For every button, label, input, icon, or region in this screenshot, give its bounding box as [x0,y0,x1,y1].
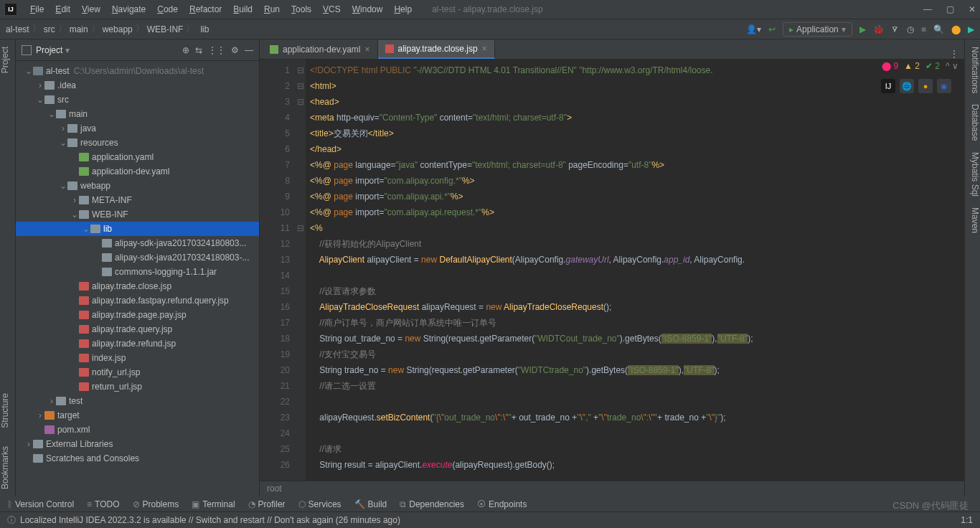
tool-terminal[interactable]: ▣ Terminal [192,499,235,509]
tool-mybatis[interactable]: Mybatis Sql [965,152,980,197]
breadcrumb-item[interactable]: main [70,24,88,34]
close-tab-icon[interactable]: × [482,44,487,54]
tool-todo[interactable]: ≡ TODO [87,499,119,509]
tool-problems[interactable]: ⊘ Problems [133,499,179,509]
tool-project[interactable]: Project [0,47,15,73]
tree-node[interactable]: ⌄resources [16,136,259,150]
inspection-widget[interactable]: ⬤ 9 ▲ 2 ✔ 2 ^ ∨ [882,61,958,71]
settings-icon[interactable]: ⚙ [231,45,239,55]
tree-node[interactable]: commons-logging-1.1.1.jar [16,265,259,279]
tree-node[interactable]: ›.idea [16,78,259,93]
tree-node[interactable]: ›External Libraries [16,437,259,451]
menu-code[interactable]: Code [151,4,184,14]
close-tab-icon[interactable]: × [365,44,370,55]
menu-refactor[interactable]: Refactor [184,4,227,14]
tree-node[interactable]: application-dev.yaml [16,164,259,179]
project-tree[interactable]: ⌄al-test C:\Users\admin\Downloads\al-tes… [16,61,259,496]
menu-help[interactable]: Help [388,4,418,14]
fold-gutter[interactable]: ⊟⊟⊟⊟ [296,60,306,481]
run-config-selector[interactable]: ▸ Application ▾ [783,22,852,37]
editor-breadcrumb[interactable]: root [260,481,964,496]
tree-node[interactable]: ›target [16,408,259,423]
tool-notifications[interactable]: Notifications [965,47,980,93]
ide-assist-icon[interactable]: ⬤ [951,24,961,34]
run-anything-icon[interactable]: ▶ [968,24,974,34]
tree-node[interactable]: ⌄al-test C:\Users\admin\Downloads\al-tes… [16,64,259,78]
tool-version-control[interactable]: ᚱ Version Control [7,499,74,509]
editor-tab[interactable]: application-dev.yaml× [263,40,378,59]
tree-node[interactable]: ⌄WEB-INF [16,207,259,222]
tool-database[interactable]: Database [965,104,980,141]
tree-node[interactable]: alipay-sdk-java20170324180803-... [16,250,259,265]
tree-node[interactable]: notify_url.jsp [16,365,259,380]
tree-node[interactable]: ⌄webapp [16,179,259,193]
code-area[interactable]: <!DOCTYPE html PUBLIC "-//W3C//DTD HTML … [306,60,964,481]
tool-structure[interactable]: Structure [0,393,15,428]
tool-endpoints[interactable]: ⦿ Endpoints [477,499,527,509]
back-arrow-icon[interactable]: ↩ [768,24,776,34]
breadcrumb-item[interactable]: src [44,24,55,34]
expand-all-icon[interactable]: ⇆ [195,45,202,55]
caret-position[interactable]: 1:1 [961,515,973,525]
run-button[interactable]: ▶ [859,24,866,34]
tree-node[interactable]: index.jsp [16,351,259,365]
editor-tab[interactable]: alipay.trade.close.jsp× [378,40,495,59]
tabs-options-icon[interactable]: ⋮ [950,49,964,59]
code-editor[interactable]: 1234567891011121314151617181920212223242… [260,60,964,481]
tree-node[interactable]: return_url.jsp [16,380,259,394]
tool-build[interactable]: 🔨 Build [354,499,387,509]
tree-node[interactable]: ›java [16,121,259,136]
tree-node[interactable]: ›test [16,394,259,408]
firefox-icon[interactable]: ● [918,79,933,93]
breadcrumb-item[interactable]: lib [197,24,209,34]
menu-tools[interactable]: Tools [286,4,317,14]
collapse-all-icon[interactable]: ⋮⋮ [208,45,225,55]
user-icon[interactable]: 👤▾ [746,24,761,34]
tree-node[interactable]: Scratches and Consoles [16,451,259,466]
tool-services[interactable]: ⬡ Services [298,499,341,509]
tree-node[interactable]: alipay.trade.close.jsp [16,279,259,293]
line-numbers: 1234567891011121314151617181920212223242… [260,60,296,481]
tool-bookmarks[interactable]: Bookmarks [0,446,15,489]
edge-icon[interactable]: ◉ [937,79,951,93]
status-message[interactable]: Localized IntelliJ IDEA 2022.3.2 is avai… [20,515,400,525]
menu-navigate[interactable]: Navigate [106,4,151,14]
chrome-icon[interactable]: 🌐 [900,79,914,93]
menu-window[interactable]: Window [347,4,389,14]
tree-node[interactable]: alipay.trade.query.jsp [16,322,259,336]
tool-profiler[interactable]: ◔ Profiler [248,499,286,509]
intellij-icon[interactable]: IJ [881,79,895,93]
tree-node[interactable]: alipay.trade.refund.jsp [16,336,259,351]
close-button[interactable]: ✕ [969,4,976,14]
tree-node[interactable]: application.yaml [16,150,259,164]
maximize-button[interactable]: ▢ [946,4,954,14]
stop-button[interactable]: ■ [921,24,926,34]
tool-dependencies[interactable]: ⧉ Dependencies [400,499,464,509]
profile-button[interactable]: ◷ [907,24,914,34]
breadcrumb-item[interactable]: WEB-INF [147,24,184,34]
tree-node[interactable]: pom.xml [16,423,259,437]
status-bar: ⓘ Localized IntelliJ IDEA 2022.3.2 is av… [0,512,980,528]
tree-node[interactable]: alipay.trade.page.pay.jsp [16,308,259,322]
search-button[interactable]: 🔍 [933,24,944,34]
breadcrumb-item[interactable]: webapp [103,24,133,34]
menu-run[interactable]: Run [258,4,286,14]
menu-view[interactable]: View [76,4,106,14]
tree-node[interactable]: ⌄src [16,93,259,107]
tree-node[interactable]: alipay-sdk-java20170324180803... [16,236,259,250]
tree-node[interactable]: ›META-INF [16,193,259,207]
debug-button[interactable]: 🐞 [873,24,884,34]
tree-node[interactable]: ⌄main [16,107,259,121]
menu-edit[interactable]: Edit [50,4,76,14]
select-opened-icon[interactable]: ⊕ [182,45,189,55]
menu-vcs[interactable]: VCS [317,4,347,14]
menu-file[interactable]: File [24,4,50,14]
breadcrumb-item[interactable]: al-test [6,24,29,34]
tool-maven[interactable]: Maven [965,207,980,233]
menu-build[interactable]: Build [227,4,258,14]
hide-icon[interactable]: — [245,45,253,55]
tree-node[interactable]: ⌄lib [16,222,259,236]
tree-node[interactable]: alipay.trade.fastpay.refund.query.jsp [16,293,259,308]
coverage-button[interactable]: ⛛ [891,24,900,34]
minimize-button[interactable]: — [923,4,932,14]
